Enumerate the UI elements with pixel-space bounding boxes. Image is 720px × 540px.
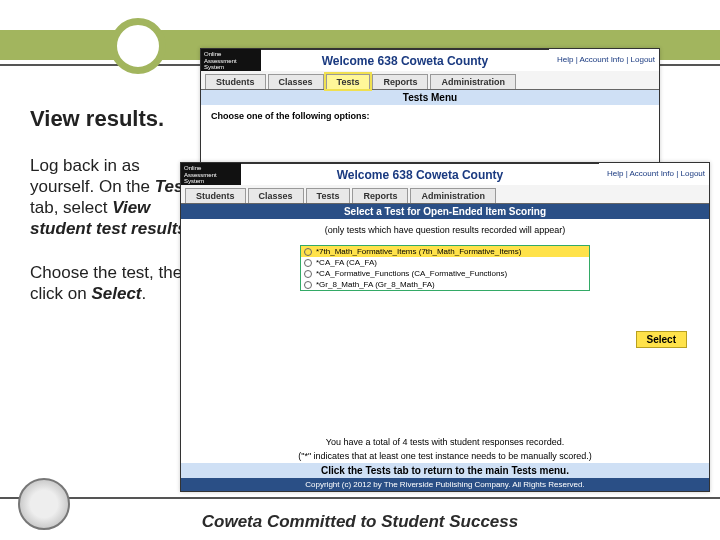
tests-menu-heading: Tests Menu [201, 90, 659, 105]
return-instruction: Click the Tests tab to return to the mai… [181, 463, 709, 478]
tab-bar: Students Classes Tests Reports Administr… [201, 71, 659, 90]
text: . [142, 284, 147, 303]
test-option[interactable]: *7th_Math_Formative_Items (7th_Math_Form… [301, 246, 589, 257]
test-option[interactable]: *CA_Formative_Functions (CA_Formative_Fu… [301, 268, 589, 279]
text: Click the Tests tab to return to the mai… [321, 465, 569, 476]
test-label: *7th_Math_Formative_Items (7th_Math_Form… [316, 247, 521, 256]
text: tab, select [30, 198, 112, 217]
tab-bar: Students Classes Tests Reports Administr… [181, 185, 709, 204]
help-link[interactable]: Help [557, 55, 573, 64]
help-link[interactable]: Help [607, 169, 623, 178]
text: Online [204, 51, 258, 58]
select-test-heading: Select a Test for Open-Ended Item Scorin… [181, 204, 709, 219]
total-tests-msg: You have a total of 4 tests with student… [181, 435, 709, 449]
app-header: Online Assessment System Welcome 638 Cow… [181, 163, 709, 185]
text: System [184, 178, 238, 185]
text: Log back in as yourself. On the [30, 156, 155, 196]
instruction-sidebar: View results. Log back in as yourself. O… [30, 105, 200, 326]
account-links: Help | Account Info | Logout [599, 163, 709, 185]
text: Assessment [184, 172, 238, 179]
tab-students[interactable]: Students [185, 188, 246, 203]
logout-link[interactable]: Logout [631, 55, 655, 64]
asterisk-note: ("*" indicates that at least one test in… [181, 449, 709, 463]
welcome-text: Welcome 638 Coweta County [241, 163, 599, 185]
radio-icon [304, 270, 312, 278]
tab-classes[interactable]: Classes [248, 188, 304, 203]
text: System [204, 64, 258, 71]
tab-administration[interactable]: Administration [430, 74, 516, 89]
text: Assessment [204, 58, 258, 65]
account-info-link[interactable]: Account Info [580, 55, 624, 64]
slide-tagline: Coweta Committed to Student Success [0, 512, 720, 532]
tab-classes[interactable]: Classes [268, 74, 324, 89]
test-option[interactable]: *Gr_8_Math_FA (Gr_8_Math_FA) [301, 279, 589, 290]
logout-link[interactable]: Logout [681, 169, 705, 178]
tab-tests[interactable]: Tests [326, 74, 371, 89]
sidebar-para-1: Log back in as yourself. On the Tests ta… [30, 155, 200, 240]
welcome-text: Welcome 638 Coweta County [261, 49, 549, 71]
sidebar-title: View results. [30, 105, 200, 133]
test-option[interactable]: *CA_FA (CA_FA) [301, 257, 589, 268]
app-logo: Online Assessment System [201, 49, 261, 71]
ring-icon [110, 18, 166, 74]
select-button[interactable]: Select [636, 331, 687, 348]
choose-prompt: Choose one of the following options: [211, 111, 369, 121]
screenshot-select-test: Online Assessment System Welcome 638 Cow… [180, 162, 710, 492]
test-label: *Gr_8_Math_FA (Gr_8_Math_FA) [316, 280, 435, 289]
account-info-link[interactable]: Account Info [630, 169, 674, 178]
test-list: *7th_Math_Formative_Items (7th_Math_Form… [300, 245, 590, 291]
app-logo: Online Assessment System [181, 163, 241, 185]
app-header: Online Assessment System Welcome 638 Cow… [201, 49, 659, 71]
tab-tests[interactable]: Tests [306, 188, 351, 203]
tab-administration[interactable]: Administration [410, 188, 496, 203]
copyright: Copyright (c) 2012 by The Riverside Publ… [181, 478, 709, 491]
sidebar-para-2: Choose the test, then click on Select. [30, 262, 200, 305]
radio-icon [304, 259, 312, 267]
slide: View results. Log back in as yourself. O… [0, 0, 720, 540]
test-label: *CA_Formative_Functions (CA_Formative_Fu… [316, 269, 507, 278]
radio-icon [304, 248, 312, 256]
panel-body: Choose one of the following options: [201, 105, 659, 127]
tab-reports[interactable]: Reports [352, 188, 408, 203]
rule-bottom [0, 497, 720, 499]
select-ref: Select [91, 284, 141, 303]
tab-students[interactable]: Students [205, 74, 266, 89]
radio-icon [304, 281, 312, 289]
footer-area: You have a total of 4 tests with student… [181, 435, 709, 491]
screenshot-tests-menu: Online Assessment System Welcome 638 Cow… [200, 48, 660, 164]
text: Online [184, 165, 238, 172]
test-label: *CA_FA (CA_FA) [316, 258, 377, 267]
tab-reports[interactable]: Reports [372, 74, 428, 89]
account-links: Help | Account Info | Logout [549, 49, 659, 71]
filter-note: (only tests which have question results … [181, 219, 709, 245]
